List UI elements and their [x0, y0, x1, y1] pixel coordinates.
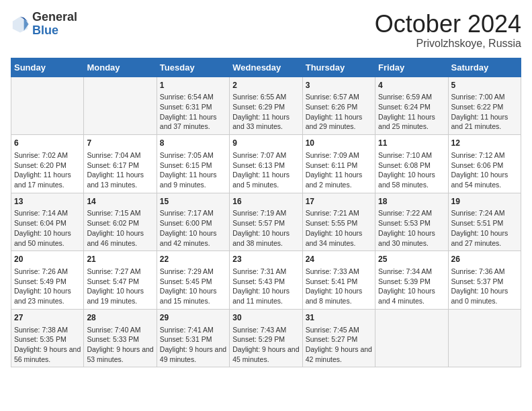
- logo-general: General: [32, 11, 77, 24]
- day-info: Sunrise: 7:12 AM Sunset: 6:06 PM Dayligh…: [451, 150, 518, 190]
- calendar-cell: 15Sunrise: 7:17 AM Sunset: 6:00 PM Dayli…: [157, 193, 229, 251]
- day-number: 31: [306, 312, 372, 324]
- day-number: 29: [160, 312, 226, 324]
- calendar-cell: 17Sunrise: 7:21 AM Sunset: 5:55 PM Dayli…: [302, 193, 375, 251]
- day-info: Sunrise: 6:55 AM Sunset: 6:29 PM Dayligh…: [232, 92, 299, 132]
- weekday-header: Sunday: [11, 58, 84, 77]
- day-info: Sunrise: 7:38 AM Sunset: 5:35 PM Dayligh…: [14, 325, 81, 365]
- day-info: Sunrise: 7:22 AM Sunset: 5:53 PM Dayligh…: [378, 208, 445, 248]
- day-number: 17: [306, 196, 372, 208]
- calendar-cell: 18Sunrise: 7:22 AM Sunset: 5:53 PM Dayli…: [375, 193, 448, 251]
- calendar-cell: 13Sunrise: 7:14 AM Sunset: 6:04 PM Dayli…: [11, 193, 84, 251]
- calendar-cell: 23Sunrise: 7:31 AM Sunset: 5:43 PM Dayli…: [230, 251, 302, 310]
- calendar-cell: 22Sunrise: 7:29 AM Sunset: 5:45 PM Dayli…: [157, 251, 229, 310]
- day-info: Sunrise: 7:26 AM Sunset: 5:49 PM Dayligh…: [14, 267, 81, 306]
- calendar-cell: 8Sunrise: 7:05 AM Sunset: 6:15 PM Daylig…: [157, 135, 229, 193]
- calendar-cell: 14Sunrise: 7:15 AM Sunset: 6:02 PM Dayli…: [84, 193, 157, 251]
- day-info: Sunrise: 7:29 AM Sunset: 5:45 PM Dayligh…: [160, 267, 226, 306]
- header-row: SundayMondayTuesdayWednesdayThursdayFrid…: [11, 58, 521, 77]
- calendar-cell: 30Sunrise: 7:43 AM Sunset: 5:29 PM Dayli…: [230, 309, 302, 367]
- calendar-row: 20Sunrise: 7:26 AM Sunset: 5:49 PM Dayli…: [11, 251, 521, 310]
- day-number: 1: [160, 80, 226, 91]
- day-info: Sunrise: 7:41 AM Sunset: 5:31 PM Dayligh…: [160, 325, 226, 365]
- calendar-cell: 16Sunrise: 7:19 AM Sunset: 5:57 PM Dayli…: [230, 193, 302, 251]
- weekday-header: Wednesday: [230, 58, 302, 77]
- calendar-row: 6Sunrise: 7:02 AM Sunset: 6:20 PM Daylig…: [11, 135, 521, 193]
- calendar-cell: [448, 309, 521, 367]
- day-info: Sunrise: 7:40 AM Sunset: 5:33 PM Dayligh…: [87, 325, 153, 365]
- calendar-cell: 20Sunrise: 7:26 AM Sunset: 5:49 PM Dayli…: [11, 251, 84, 310]
- day-number: 30: [232, 312, 299, 324]
- day-info: Sunrise: 7:43 AM Sunset: 5:29 PM Dayligh…: [232, 325, 299, 365]
- calendar-cell: 11Sunrise: 7:10 AM Sunset: 6:08 PM Dayli…: [375, 135, 448, 193]
- day-number: 23: [232, 254, 299, 265]
- day-number: 6: [14, 138, 81, 149]
- day-info: Sunrise: 7:00 AM Sunset: 6:22 PM Dayligh…: [451, 92, 518, 132]
- logo-text: General Blue: [32, 11, 77, 38]
- calendar-cell: 5Sunrise: 7:00 AM Sunset: 6:22 PM Daylig…: [448, 77, 521, 135]
- weekday-header: Monday: [84, 58, 157, 77]
- day-info: Sunrise: 7:19 AM Sunset: 5:57 PM Dayligh…: [232, 208, 299, 248]
- day-info: Sunrise: 7:36 AM Sunset: 5:37 PM Dayligh…: [451, 267, 518, 306]
- day-number: 19: [451, 196, 518, 208]
- day-number: 12: [451, 138, 518, 149]
- day-info: Sunrise: 7:04 AM Sunset: 6:17 PM Dayligh…: [87, 150, 153, 190]
- day-info: Sunrise: 7:10 AM Sunset: 6:08 PM Dayligh…: [378, 150, 445, 190]
- calendar-cell: 6Sunrise: 7:02 AM Sunset: 6:20 PM Daylig…: [11, 135, 84, 193]
- calendar-row: 1Sunrise: 6:54 AM Sunset: 6:31 PM Daylig…: [11, 77, 521, 135]
- calendar-table: SundayMondayTuesdayWednesdayThursdayFrid…: [11, 58, 521, 368]
- weekday-header: Friday: [375, 58, 448, 77]
- day-info: Sunrise: 6:57 AM Sunset: 6:26 PM Dayligh…: [306, 92, 372, 132]
- calendar-row: 13Sunrise: 7:14 AM Sunset: 6:04 PM Dayli…: [11, 193, 521, 251]
- day-info: Sunrise: 7:05 AM Sunset: 6:15 PM Dayligh…: [160, 150, 226, 190]
- day-number: 20: [14, 254, 81, 265]
- day-info: Sunrise: 7:27 AM Sunset: 5:47 PM Dayligh…: [87, 267, 153, 306]
- day-number: 28: [87, 312, 153, 324]
- day-info: Sunrise: 7:45 AM Sunset: 5:27 PM Dayligh…: [306, 325, 372, 365]
- day-number: 10: [306, 138, 372, 149]
- day-info: Sunrise: 7:21 AM Sunset: 5:55 PM Dayligh…: [306, 208, 372, 248]
- calendar-cell: 28Sunrise: 7:40 AM Sunset: 5:33 PM Dayli…: [84, 309, 157, 367]
- calendar-cell: [11, 77, 84, 135]
- day-number: 24: [306, 254, 372, 265]
- day-info: Sunrise: 7:33 AM Sunset: 5:41 PM Dayligh…: [306, 267, 372, 306]
- title-block: October 2024 Privolzhskoye, Russia: [375, 11, 521, 50]
- calendar-cell: 26Sunrise: 7:36 AM Sunset: 5:37 PM Dayli…: [448, 251, 521, 310]
- day-number: 27: [14, 312, 81, 324]
- day-number: 15: [160, 196, 226, 208]
- day-info: Sunrise: 7:02 AM Sunset: 6:20 PM Dayligh…: [14, 150, 81, 190]
- logo: General Blue: [11, 11, 77, 38]
- day-number: 7: [87, 138, 153, 149]
- day-number: 16: [232, 196, 299, 208]
- calendar-cell: 24Sunrise: 7:33 AM Sunset: 5:41 PM Dayli…: [302, 251, 375, 310]
- weekday-header: Thursday: [302, 58, 375, 77]
- day-info: Sunrise: 7:31 AM Sunset: 5:43 PM Dayligh…: [232, 267, 299, 306]
- day-number: 4: [378, 80, 445, 91]
- day-number: 5: [451, 80, 518, 91]
- calendar-cell: 10Sunrise: 7:09 AM Sunset: 6:11 PM Dayli…: [302, 135, 375, 193]
- weekday-header: Saturday: [448, 58, 521, 77]
- location: Privolzhskoye, Russia: [375, 38, 521, 50]
- calendar-cell: 27Sunrise: 7:38 AM Sunset: 5:35 PM Dayli…: [11, 309, 84, 367]
- day-info: Sunrise: 6:54 AM Sunset: 6:31 PM Dayligh…: [160, 92, 226, 132]
- calendar-cell: 12Sunrise: 7:12 AM Sunset: 6:06 PM Dayli…: [448, 135, 521, 193]
- calendar-body: 1Sunrise: 6:54 AM Sunset: 6:31 PM Daylig…: [11, 77, 521, 367]
- day-info: Sunrise: 7:17 AM Sunset: 6:00 PM Dayligh…: [160, 208, 226, 248]
- page-header: General Blue October 2024 Privolzhskoye,…: [11, 11, 521, 50]
- day-number: 22: [160, 254, 226, 265]
- day-number: 14: [87, 196, 153, 208]
- calendar-cell: 1Sunrise: 6:54 AM Sunset: 6:31 PM Daylig…: [157, 77, 229, 135]
- day-number: 8: [160, 138, 226, 149]
- calendar-cell: 29Sunrise: 7:41 AM Sunset: 5:31 PM Dayli…: [157, 309, 229, 367]
- day-number: 3: [306, 80, 372, 91]
- day-info: Sunrise: 7:24 AM Sunset: 5:51 PM Dayligh…: [451, 208, 518, 248]
- day-number: 26: [451, 254, 518, 265]
- day-info: Sunrise: 7:09 AM Sunset: 6:11 PM Dayligh…: [306, 150, 372, 190]
- day-info: Sunrise: 7:15 AM Sunset: 6:02 PM Dayligh…: [87, 208, 153, 248]
- calendar-cell: 7Sunrise: 7:04 AM Sunset: 6:17 PM Daylig…: [84, 135, 157, 193]
- month-title: October 2024: [375, 11, 521, 38]
- day-number: 18: [378, 196, 445, 208]
- day-number: 13: [14, 196, 81, 208]
- calendar-cell: 4Sunrise: 6:59 AM Sunset: 6:24 PM Daylig…: [375, 77, 448, 135]
- calendar-header: SundayMondayTuesdayWednesdayThursdayFrid…: [11, 58, 521, 77]
